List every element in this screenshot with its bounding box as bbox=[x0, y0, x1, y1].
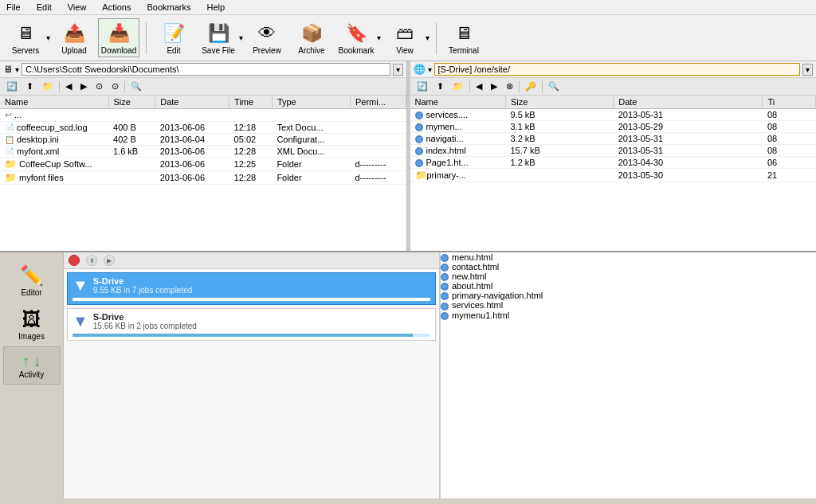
view-button[interactable]: 🗃 View bbox=[384, 18, 426, 57]
menu-edit[interactable]: Edit bbox=[33, 2, 55, 13]
col-size-left[interactable]: Size bbox=[108, 96, 155, 109]
menu-actions[interactable]: Actions bbox=[99, 2, 134, 13]
transfer-row: ▼ S-Drive 15.66 KB in 2 jobs completed bbox=[68, 309, 435, 334]
bottom-area: ✏️ Editor 🖼 Images ↑↓ Activity ⏸ ▶ ▼ S-D… bbox=[0, 252, 816, 498]
sidebar-activity[interactable]: ↑↓ Activity bbox=[3, 346, 61, 385]
upload-button[interactable]: 📤 Upload bbox=[53, 18, 95, 57]
transfer-item[interactable]: ▼ S-Drive 15.66 KB in 2 jobs completed bbox=[67, 308, 436, 341]
right-bottom-file-item[interactable]: menu.html bbox=[441, 252, 816, 262]
download-button[interactable]: 📥 Download bbox=[98, 18, 139, 57]
file-time: 08 bbox=[763, 121, 816, 133]
servers-label: Servers bbox=[12, 46, 39, 55]
col-name-left[interactable]: Name bbox=[0, 96, 108, 109]
savefile-dropdown[interactable]: ▾ bbox=[239, 33, 243, 42]
left-file-row[interactable]: 📁 CoffeeCup Softw... 2013-06-06 12:25 Fo… bbox=[0, 158, 406, 171]
left-paste-btn[interactable]: ⊙ bbox=[108, 80, 122, 93]
right-address-go[interactable]: ▾ bbox=[802, 64, 813, 76]
archive-button[interactable]: 📦 Archive bbox=[291, 18, 332, 57]
col-date-right[interactable]: Date bbox=[614, 96, 763, 109]
file-name: 📄 coffeecup_scd.log bbox=[0, 122, 108, 134]
menu-help[interactable]: Help bbox=[203, 2, 228, 13]
right-filter-btn[interactable]: 🔍 bbox=[545, 80, 563, 93]
left-dir-icon: 🖥 bbox=[3, 64, 13, 75]
servers-button[interactable]: 🖥 Servers bbox=[5, 18, 46, 57]
col-type-left[interactable]: Type bbox=[272, 96, 350, 109]
right-file-row[interactable]: mymen... 3.1 kB 2013-05-29 08 bbox=[410, 121, 816, 133]
file-globe-icon bbox=[441, 292, 449, 300]
activity-label: Activity bbox=[19, 370, 45, 379]
menu-file[interactable]: File bbox=[3, 2, 24, 13]
right-bottom-file-item[interactable]: mymenu1.html bbox=[441, 311, 816, 320]
right-fwd-btn[interactable]: ▶ bbox=[488, 80, 500, 93]
right-file-row[interactable]: Page1.ht... 1.2 kB 2013-04-30 06 bbox=[410, 157, 816, 169]
left-file-row[interactable]: ↩ ... bbox=[0, 109, 406, 122]
transfer-header: ⏸ ▶ bbox=[64, 252, 439, 269]
transfer-info: S-Drive 15.66 KB in 2 jobs completed bbox=[93, 312, 430, 330]
left-file-row[interactable]: 📁 myfont files 2013-06-06 12:28 Folder d… bbox=[0, 171, 406, 185]
bottom-right-list: menu.htmlcontact.htmlnew.htmlabout.htmlp… bbox=[440, 252, 816, 498]
left-file-row[interactable]: 📄 coffeecup_scd.log 400 B 2013-06-06 12:… bbox=[0, 122, 406, 134]
left-address-go[interactable]: ▾ bbox=[393, 64, 403, 76]
servers-icon: 🖥 bbox=[13, 21, 38, 46]
transfer-pause-btn[interactable]: ⏸ bbox=[86, 255, 97, 266]
right-file-row[interactable]: services.... 9.5 kB 2013-05-31 08 bbox=[410, 109, 816, 121]
right-up-btn[interactable]: ⬆ bbox=[434, 80, 447, 93]
preview-button[interactable]: 👁 Preview bbox=[246, 18, 288, 57]
view-dropdown[interactable]: ▾ bbox=[426, 33, 430, 42]
col-name-right[interactable]: Name bbox=[410, 96, 506, 109]
file-name: services.html bbox=[452, 300, 503, 310]
left-filter-btn[interactable]: 🔍 bbox=[128, 80, 145, 93]
col-perm-left[interactable]: Permi... bbox=[350, 96, 406, 109]
transfer-play-btn[interactable]: ▶ bbox=[104, 255, 115, 266]
right-bottom-file-item[interactable]: about.html bbox=[441, 281, 816, 291]
menu-bookmarks[interactable]: Bookmarks bbox=[143, 2, 194, 13]
terminal-icon: 🖥 bbox=[451, 21, 477, 46]
right-file-row[interactable]: navigati... 3.2 kB 2013-05-31 08 bbox=[410, 133, 816, 145]
left-file-row[interactable]: 📋 desktop.ini 402 B 2013-06-04 05:02 Con… bbox=[0, 134, 406, 146]
left-copy-btn[interactable]: ⊙ bbox=[92, 80, 106, 93]
left-fwd-btn[interactable]: ▶ bbox=[77, 80, 90, 93]
servers-dropdown[interactable]: ▾ bbox=[46, 33, 50, 42]
terminal-button[interactable]: 🖥 Terminal bbox=[443, 18, 484, 57]
right-refresh-btn[interactable]: 🔄 bbox=[414, 80, 431, 93]
col-ti-right[interactable]: Ti bbox=[763, 96, 816, 109]
file-date: 2013-06-06 bbox=[155, 171, 230, 185]
file-perm bbox=[350, 122, 406, 134]
right-bottom-file-item[interactable]: new.html bbox=[441, 272, 816, 281]
sidebar-images[interactable]: 🖼 Images bbox=[3, 303, 61, 346]
right-bottom-file-item[interactable]: primary-navigation.html bbox=[441, 291, 816, 300]
right-pane-toolbar: 🔄 ⬆ 📁 ◀ ▶ ⊗ 🔑 🔍 bbox=[410, 78, 817, 96]
edit-button[interactable]: 📝 Edit bbox=[153, 18, 194, 57]
right-address-input[interactable] bbox=[434, 63, 801, 76]
sidebar-editor[interactable]: ✏️ Editor bbox=[3, 259, 61, 303]
bookmark-button[interactable]: 🔖 Bookmark bbox=[335, 18, 377, 57]
menu-view[interactable]: View bbox=[65, 2, 90, 13]
col-size-right[interactable]: Size bbox=[506, 96, 614, 109]
transfer-progress-bar-bg bbox=[73, 298, 430, 301]
file-name: 📁 CoffeeCup Softw... bbox=[0, 158, 108, 171]
view-group: 🗃 View ▾ bbox=[384, 18, 430, 57]
view-label: View bbox=[396, 46, 414, 55]
left-refresh-btn[interactable]: 🔄 bbox=[3, 80, 21, 93]
right-file-row[interactable]: index.html 15.7 kB 2013-05-31 08 bbox=[410, 145, 816, 157]
right-newfolder-btn[interactable]: 📁 bbox=[449, 80, 467, 93]
right-stop-btn[interactable]: ⊗ bbox=[503, 80, 516, 93]
col-date-left[interactable]: Date bbox=[155, 96, 230, 109]
left-file-row[interactable]: 📄 myfont.xml 1.6 kB 2013-06-06 12:28 XML… bbox=[0, 146, 406, 158]
file-date: 2013-05-29 bbox=[614, 121, 763, 133]
right-file-row[interactable]: 📁primary-... 2013-05-30 21 bbox=[410, 169, 816, 182]
left-address-input[interactable] bbox=[22, 63, 390, 76]
col-time-left[interactable]: Time bbox=[230, 96, 273, 109]
right-key-btn[interactable]: 🔑 bbox=[522, 80, 539, 93]
left-up-btn[interactable]: ⬆ bbox=[23, 80, 37, 93]
transfer-item[interactable]: ▼ S-Drive 9.55 KB in 7 jobs completed bbox=[67, 272, 436, 305]
transfer-stop-btn[interactable] bbox=[69, 255, 80, 266]
activity-icon: ↑↓ bbox=[22, 352, 41, 370]
left-back-btn[interactable]: ◀ bbox=[62, 80, 75, 93]
right-bottom-file-item[interactable]: contact.html bbox=[441, 262, 816, 272]
bookmark-dropdown[interactable]: ▾ bbox=[377, 33, 381, 42]
right-bottom-file-item[interactable]: services.html bbox=[441, 300, 816, 310]
right-back-btn[interactable]: ◀ bbox=[473, 80, 485, 93]
left-newfolder-btn[interactable]: 📁 bbox=[39, 80, 57, 93]
save-file-button[interactable]: 💾 Save File bbox=[198, 18, 239, 57]
